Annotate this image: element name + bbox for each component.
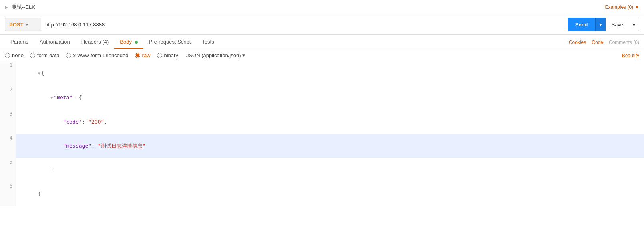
tab-params[interactable]: Params xyxy=(5,36,34,49)
code-line-1: 1 ▼{ xyxy=(0,61,644,86)
line-number-6: 6 xyxy=(0,182,16,206)
code-line-4: 4 "message": "测试日志详情信息" xyxy=(0,134,644,158)
code-link[interactable]: Code xyxy=(592,40,603,45)
top-bar: ▶ 测试--ELK Examples (0) ▼ xyxy=(0,0,644,14)
code-line-6: 6 } xyxy=(0,182,644,206)
code-line-2: 2 ▼"meta": { xyxy=(0,86,644,110)
method-select[interactable]: POST ▼ xyxy=(5,18,41,31)
radio-urlencoded-input[interactable] xyxy=(66,53,71,58)
body-active-dot xyxy=(135,41,138,44)
radio-raw[interactable]: raw xyxy=(135,52,151,58)
fold-icon-2[interactable]: ▼ xyxy=(50,96,53,100)
url-input[interactable] xyxy=(41,18,568,31)
chevron-icon: ▶ xyxy=(5,5,8,10)
beautify-button[interactable]: Beautify xyxy=(622,53,639,58)
radio-binary[interactable]: binary xyxy=(157,52,178,58)
radio-urlencoded[interactable]: x-www-form-urlencoded xyxy=(66,52,129,58)
json-type-label: JSON (application/json) xyxy=(186,52,241,58)
examples-label: Examples (0) xyxy=(605,4,633,10)
method-chevron-icon: ▼ xyxy=(25,22,29,27)
save-button[interactable]: Save xyxy=(606,18,629,31)
json-type-chevron-icon: ▾ xyxy=(242,52,245,58)
line-number-1: 1 xyxy=(0,61,16,86)
save-dropdown-button[interactable]: ▼ xyxy=(629,18,639,31)
cookies-link[interactable]: Cookies xyxy=(569,40,586,45)
examples-button[interactable]: Examples (0) ▼ xyxy=(605,4,639,10)
tab-tests[interactable]: Tests xyxy=(196,36,219,49)
editor-empty-area[interactable] xyxy=(0,206,644,236)
tab-headers[interactable]: Headers (4) xyxy=(76,36,115,49)
line-number-3: 3 xyxy=(0,110,16,134)
send-dropdown-icon: ▼ xyxy=(599,23,603,27)
page-title: 测试--ELK xyxy=(12,4,35,10)
radio-raw-input[interactable] xyxy=(135,53,140,58)
json-type-dropdown[interactable]: JSON (application/json) ▾ xyxy=(186,52,246,58)
tab-authorization[interactable]: Authorization xyxy=(34,36,76,49)
radio-none[interactable]: none xyxy=(5,52,24,58)
fold-icon-1[interactable]: ▼ xyxy=(38,71,40,76)
radio-formdata-input[interactable] xyxy=(30,53,35,58)
code-line-5: 5 } xyxy=(0,158,644,182)
line-content-3: "code": "200", xyxy=(16,110,110,134)
line-content-6: } xyxy=(16,182,44,206)
tab-prerequest[interactable]: Pre-request Script xyxy=(143,36,197,49)
radio-none-input[interactable] xyxy=(5,53,10,58)
line-content-4: "message": "测试日志详情信息" xyxy=(16,134,149,158)
line-number-4: 4 xyxy=(0,134,16,158)
code-editor[interactable]: 1 ▼{ 2 ▼"meta": { 3 "code": "200", 4 "me… xyxy=(0,61,644,236)
line-content-2: ▼"meta": { xyxy=(16,86,85,110)
url-bar: POST ▼ Send ▼ Save ▼ xyxy=(0,14,644,35)
method-label: POST xyxy=(9,22,23,28)
request-tab-actions: Cookies Code Comments (0) xyxy=(569,40,639,45)
comments-link: Comments (0) xyxy=(609,40,639,45)
request-tabs: Params Authorization Headers (4) Body Pr… xyxy=(0,35,644,50)
line-content-5: } xyxy=(16,158,57,182)
radio-binary-input[interactable] xyxy=(157,53,162,58)
save-dropdown-icon: ▼ xyxy=(632,23,636,27)
send-dropdown-button[interactable]: ▼ xyxy=(595,18,606,31)
examples-chevron-icon: ▼ xyxy=(635,5,639,10)
send-button[interactable]: Send xyxy=(568,18,595,31)
line-number-5: 5 xyxy=(0,158,16,182)
line-content-1: ▼{ xyxy=(16,61,48,86)
radio-formdata[interactable]: form-data xyxy=(30,52,60,58)
code-line-3: 3 "code": "200", xyxy=(0,110,644,134)
tab-body[interactable]: Body xyxy=(114,36,143,49)
top-bar-title: ▶ 测试--ELK xyxy=(5,4,35,11)
body-type-bar: none form-data x-www-form-urlencoded raw… xyxy=(0,50,644,61)
line-number-2: 2 xyxy=(0,86,16,110)
